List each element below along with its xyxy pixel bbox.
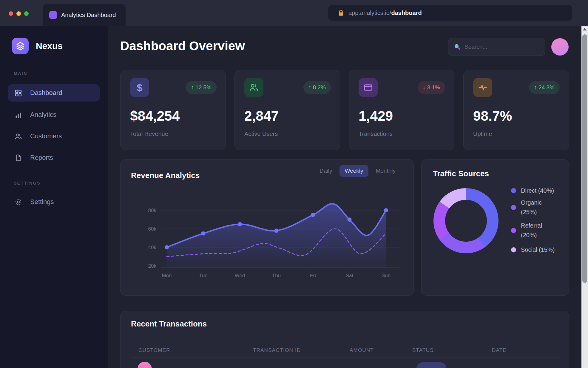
ytick-40k: 40k	[148, 245, 157, 250]
sidebar-item-label: Settings	[30, 198, 54, 206]
close-window-button[interactable]	[9, 11, 13, 16]
stat-value: 98.7%	[473, 108, 512, 124]
change-badge: ↑ 24.3%	[529, 81, 560, 94]
recent-transactions-title: Recent Transactions	[131, 319, 207, 329]
legend-item-social: Social (15%)	[511, 245, 555, 254]
bar-chart-icon	[14, 111, 22, 119]
status-badge	[416, 362, 446, 368]
customer-avatar	[138, 362, 152, 368]
sidebar-item-label: Analytics	[30, 111, 56, 119]
sidebar-item-reports[interactable]: Reports	[8, 149, 100, 166]
search-input[interactable]	[464, 44, 533, 50]
brand-name: Nexus	[36, 41, 63, 51]
sidebar: Nexus MAIN Dashboard Analytics Customers…	[0, 26, 108, 368]
change-badge: ↑ 8.2%	[303, 81, 331, 94]
column-header-transaction-id: TRANSACTION ID	[253, 347, 301, 353]
file-icon	[14, 154, 22, 162]
scroll-up-arrow-icon[interactable]	[583, 28, 587, 30]
ytick-60k: 60k	[148, 226, 157, 232]
stat-label: Active Users	[244, 131, 278, 137]
legend-dot-direct	[511, 188, 516, 193]
activity-icon	[473, 78, 492, 97]
column-header-date: DATE	[492, 347, 507, 353]
brand: Nexus	[12, 38, 63, 54]
xtick-wed: Wed	[235, 273, 245, 278]
sidebar-section-settings: SETTINGS	[14, 181, 41, 185]
recent-transactions-card: Recent Transactions CUSTOMER TRANSACTION…	[120, 311, 569, 368]
column-header-amount: AMOUNT	[350, 347, 374, 353]
stat-value: 1,429	[359, 108, 393, 124]
revenue-line-chart: 80k 60k 40k 20k Mon Tue Wed Thu Fri Sat …	[129, 198, 407, 288]
change-badge: ↓ 3.1%	[418, 81, 445, 94]
sidebar-item-customers[interactable]: Customers	[8, 128, 100, 145]
sidebar-section-main: MAIN	[14, 71, 27, 76]
url-text: app.analytics.io/dashboard	[348, 10, 422, 16]
sidebar-item-label: Customers	[30, 132, 62, 140]
sidebar-item-settings[interactable]: Settings	[8, 193, 100, 211]
legend-dot-social	[511, 247, 516, 252]
zoom-window-button[interactable]	[24, 11, 29, 16]
stat-label: Total Revenue	[130, 131, 168, 137]
traffic-donut-ring	[433, 188, 499, 253]
tab-daily[interactable]: Daily	[314, 165, 337, 177]
ytick-80k: 80k	[148, 208, 157, 213]
column-header-status: STATUS	[412, 347, 434, 353]
title-bar: Analytics Dashboard app.analytics.io/das…	[0, 0, 588, 26]
stat-value: $84,254	[130, 108, 180, 124]
donut-hole	[445, 200, 487, 242]
xtick-mon: Mon	[162, 273, 172, 278]
xtick-sat: Sat	[346, 273, 354, 278]
search-icon	[454, 43, 461, 50]
legend-label-pct: (20%)	[521, 232, 537, 238]
url-domain: app.analytics.io/	[348, 10, 391, 16]
legend-dot-organic	[511, 205, 516, 210]
stat-card-transactions: ↓ 3.1% 1,429 Transactions	[349, 70, 454, 150]
revenue-area	[167, 204, 386, 268]
user-avatar[interactable]	[551, 38, 569, 56]
legend-label-pct: (25%)	[521, 209, 537, 215]
dollar-icon: $	[130, 78, 149, 97]
sidebar-item-dashboard[interactable]: Dashboard	[8, 84, 100, 102]
stat-card-active-users: ↑ 8.2% 2,847 Active Users	[234, 70, 340, 150]
users-icon	[244, 78, 263, 97]
revenue-analytics-title: Revenue Analytics	[131, 171, 200, 180]
legend-label: Organic	[521, 199, 542, 206]
stat-label: Transactions	[359, 131, 393, 137]
legend-item-direct: Direct (40%)	[511, 186, 554, 195]
sidebar-item-analytics[interactable]: Analytics	[8, 106, 100, 123]
tab-monthly[interactable]: Monthly	[370, 165, 401, 177]
tab-title: Analytics Dashboard	[61, 12, 116, 19]
scrollbar-thumb[interactable]	[582, 34, 587, 283]
legend-label: Referral	[521, 222, 542, 229]
xtick-thu: Thu	[272, 273, 281, 278]
legend-item-organic: Organic(25%)	[511, 198, 542, 217]
browser-tab[interactable]: Analytics Dashboard	[43, 4, 126, 26]
legend-item-referral: Referral(20%)	[511, 221, 542, 240]
legend-dot-referral	[511, 228, 516, 233]
nexus-logo-icon	[12, 38, 29, 54]
legend-label: Direct (40%)	[521, 186, 554, 195]
traffic-sources-card: Traffic Sources Direct (40%) Organic(25%…	[421, 159, 569, 296]
address-bar[interactable]: app.analytics.io/dashboard	[328, 5, 572, 21]
search-box[interactable]	[448, 38, 545, 56]
stat-card-total-revenue: $ ↑ 12.5% $84,254 Total Revenue	[120, 70, 226, 150]
xtick-tue: Tue	[199, 273, 208, 278]
tab-favicon	[49, 11, 57, 19]
credit-card-icon	[359, 78, 378, 97]
ytick-20k: 20k	[148, 263, 157, 269]
stat-card-uptime: ↑ 24.3% 98.7% Uptime	[463, 70, 569, 150]
grid-icon	[14, 89, 22, 97]
gear-icon	[14, 198, 22, 206]
url-path: dashboard	[391, 10, 422, 16]
revenue-analytics-card: Revenue Analytics Daily Weekly Monthly 8…	[120, 159, 414, 296]
page-scrollbar[interactable]	[581, 26, 588, 368]
minimize-window-button[interactable]	[16, 11, 21, 16]
column-header-customer: CUSTOMER	[138, 347, 170, 353]
change-badge: ↑ 12.5%	[186, 81, 217, 94]
page-title: Dashboard Overview	[120, 39, 245, 53]
revenue-range-tabs: Daily Weekly Monthly	[314, 165, 401, 177]
tab-weekly[interactable]: Weekly	[339, 165, 369, 177]
xtick-sun: Sun	[382, 273, 391, 278]
xtick-fri: Fri	[310, 273, 316, 278]
stat-label: Uptime	[473, 131, 492, 137]
